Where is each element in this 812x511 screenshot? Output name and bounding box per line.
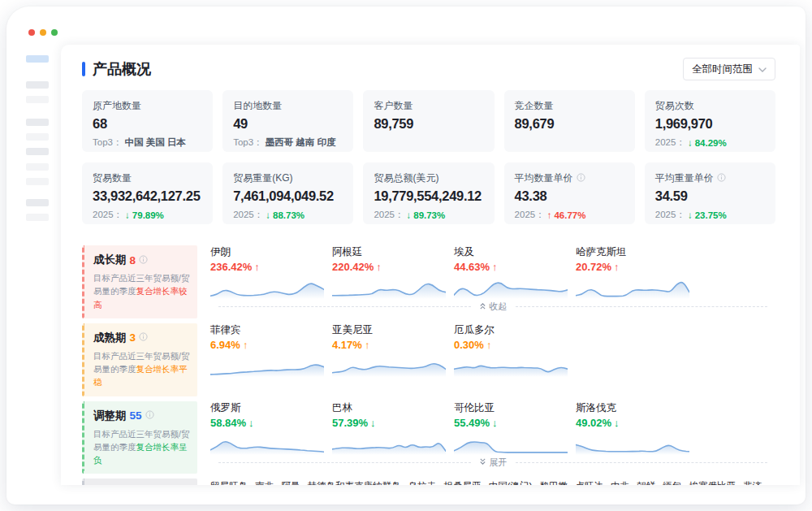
chevron-up-double-icon (479, 301, 486, 312)
country-change: 49.02%↓ (576, 417, 620, 429)
stats-row-1: 原产地数量 68 Top3：中国 美国 日本 目的地数量 49 Top3：墨西哥… (82, 90, 775, 152)
stat-card-trade-quantity: 贸易数量 33,932,642,127.25 2025： ↓79.89% (82, 162, 213, 224)
stat-card-destination-count: 目的地数量 49 Top3：墨西哥 越南 印度 (222, 90, 353, 152)
change-badge: ↓89.73% (406, 210, 445, 220)
stat-card-trade-weight: 贸易重量(KG) 7,461,094,049.52 2025： ↓88.73% (222, 162, 353, 224)
sparkline-chart (576, 432, 698, 455)
country-card[interactable]: 俄罗斯 58.84%↓ (210, 401, 332, 455)
stat-card-trade-count: 贸易次数 1,969,970 2025： ↓84.29% (645, 90, 775, 152)
section-other-countries: 其他国家16 留尼旺岛 南非 阿曼 赫德岛和麦克唐纳群岛 乌拉圭 坦桑尼亚 中国… (82, 479, 775, 485)
stat-value: 1,969,970 (655, 116, 765, 132)
sidebar-item[interactable] (26, 133, 49, 141)
section-growth-label: 成长期8 目标产品近三年贸易额/贸易量的季度复合增长率较高 (82, 245, 197, 318)
country-card[interactable]: 巴林 57.39%↓ (332, 401, 454, 455)
info-icon[interactable] (145, 409, 154, 422)
country-change: 220.42%↑ (332, 261, 382, 273)
sidebar-item[interactable] (26, 163, 49, 171)
page-title: 产品概况 (82, 59, 151, 79)
sparkline-chart (332, 276, 454, 299)
sidebar-item[interactable] (26, 96, 49, 103)
app-window: 产品概况 全部时间范围 原产地数量 68 Top3：中国 美国 日本 目的地数量… (6, 6, 806, 505)
info-icon[interactable] (139, 331, 148, 344)
section-adjust: 调整期55 目标产品近三年贸易额/贸易量的季度复合增长率呈负 俄罗斯 58.84… (82, 401, 775, 474)
sidebar-item[interactable] (26, 214, 49, 221)
country-card[interactable]: 哈萨克斯坦 20.72%↑ (576, 245, 698, 299)
country-change: 57.39%↓ (332, 417, 376, 429)
stat-value: 19,779,554,249.12 (374, 188, 483, 204)
country-change: 44.63%↑ (454, 261, 498, 273)
stat-card-origin-count: 原产地数量 68 Top3：中国 美国 日本 (82, 90, 213, 152)
chevron-down-double-icon (479, 457, 486, 468)
sparkline-chart (332, 432, 454, 455)
stat-value: 7,461,094,049.52 (233, 188, 343, 204)
sidebar-nav (6, 55, 61, 221)
stat-card-competitor-count: 竞企数量 89,679 (504, 90, 635, 152)
stat-value: 34.59 (655, 188, 765, 204)
info-icon[interactable] (717, 173, 726, 184)
stat-value: 89,679 (515, 116, 624, 132)
chevron-down-icon (758, 63, 767, 75)
section-other-label: 其他国家16 (82, 479, 197, 485)
stat-card-trade-amount: 贸易总额(美元) 19,779,554,249.12 2025： ↓89.73% (363, 162, 494, 224)
country-card[interactable]: 斯洛伐克 49.02%↓ (576, 401, 698, 455)
close-button[interactable] (28, 29, 35, 36)
section-growth: 成长期8 目标产品近三年贸易额/贸易量的季度复合增长率较高 伊朗 236.42%… (82, 245, 775, 318)
sparkline-chart (576, 276, 698, 299)
country-change: 6.94%↑ (210, 339, 248, 351)
info-icon[interactable] (139, 254, 148, 266)
sparkline-chart (210, 276, 332, 299)
sparkline-chart (332, 354, 454, 377)
change-badge: ↑46.77% (547, 210, 586, 220)
other-countries-list: 留尼旺岛 南非 阿曼 赫德岛和麦克唐纳群岛 乌拉圭 坦桑尼亚 中国(澳门) 黎巴… (197, 479, 775, 485)
stats-row-2: 贸易数量 33,932,642,127.25 2025： ↓79.89% 贸易重… (82, 162, 775, 224)
country-change: 4.17%↑ (332, 339, 369, 351)
collapse-button[interactable]: 收起 (479, 301, 508, 313)
country-card[interactable]: 阿根廷 220.42%↑ (332, 245, 454, 299)
country-card[interactable]: 哥伦比亚 55.49%↓ (454, 401, 576, 455)
sidebar-item[interactable] (26, 148, 49, 155)
expand-button[interactable]: 展开 (479, 457, 508, 469)
change-badge: ↓84.29% (688, 138, 727, 148)
country-change: 0.30%↑ (454, 339, 491, 351)
country-change: 55.49%↓ (454, 417, 498, 429)
change-badge: ↓88.73% (266, 210, 304, 220)
time-range-select[interactable]: 全部时间范围 (683, 58, 775, 80)
sparkline-chart (210, 354, 332, 377)
change-badge: ↓79.89% (125, 210, 164, 220)
stat-value: 49 (233, 116, 343, 132)
section-mature: 成熟期3 目标产品近三年贸易额/贸易量的季度复合增长率平稳 菲律宾 6.94%↑ (82, 323, 775, 396)
sparkline-chart (454, 354, 576, 377)
sidebar-item[interactable] (26, 178, 49, 185)
sidebar-item-active[interactable] (26, 55, 49, 63)
stat-value: 89,759 (374, 116, 483, 132)
product-overview-panel: 产品概况 全部时间范围 原产地数量 68 Top3：中国 美国 日本 目的地数量… (61, 45, 800, 485)
country-card[interactable]: 伊朗 236.42%↑ (210, 245, 332, 299)
stat-value: 43.38 (515, 188, 624, 204)
stat-value: 68 (93, 116, 202, 132)
stat-card-avg-quantity-price: 平均数量单价 43.38 2025： ↑46.77% (504, 162, 635, 224)
stat-card-avg-weight-price: 平均重量单价 34.59 2025： ↓23.75% (645, 162, 775, 224)
sidebar-item[interactable] (26, 199, 49, 206)
country-change: 58.84%↓ (210, 417, 254, 429)
change-badge: ↓23.75% (688, 210, 727, 220)
country-card[interactable]: 厄瓜多尔 0.30%↑ (454, 323, 576, 377)
collapse-control: 收起 (210, 301, 775, 313)
info-icon[interactable] (577, 173, 585, 184)
window-controls (28, 29, 58, 36)
country-card[interactable]: 菲律宾 6.94%↑ (210, 323, 332, 377)
sparkline-chart (454, 276, 576, 299)
title-accent-bar (82, 62, 85, 76)
country-card[interactable]: 亚美尼亚 4.17%↑ (332, 323, 454, 377)
stat-value: 33,932,642,127.25 (93, 188, 202, 204)
maximize-button[interactable] (51, 29, 58, 36)
section-adjust-label: 调整期55 目标产品近三年贸易额/贸易量的季度复合增长率呈负 (82, 401, 197, 474)
country-card[interactable]: 埃及 44.63%↑ (454, 245, 576, 299)
stat-card-customer-count: 客户数量 89,759 (363, 90, 494, 152)
sidebar-item[interactable] (26, 81, 49, 89)
expand-control: 展开 (210, 457, 775, 469)
sparkline-chart (454, 432, 576, 455)
minimize-button[interactable] (40, 29, 46, 36)
sidebar-item[interactable] (26, 119, 49, 126)
country-change: 20.72%↑ (576, 261, 620, 273)
section-mature-label: 成熟期3 目标产品近三年贸易额/贸易量的季度复合增长率平稳 (82, 323, 197, 396)
